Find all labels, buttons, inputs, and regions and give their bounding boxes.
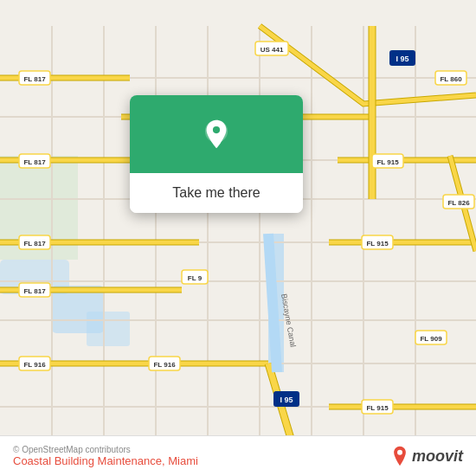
- svg-text:FL 817: FL 817: [23, 240, 46, 248]
- svg-text:I 95: I 95: [396, 55, 408, 63]
- moovit-brand-text: moovit: [412, 447, 463, 466]
- svg-text:FL 915: FL 915: [376, 158, 399, 166]
- svg-text:FL 916: FL 916: [23, 361, 46, 369]
- svg-text:FL 860: FL 860: [440, 75, 462, 83]
- copyright-text: © OpenStreetMap contributors: [13, 445, 198, 454]
- popup-card: Take me there: [130, 95, 303, 213]
- map-container: Biscayne Canal FL 817 FL 817 FL 817 FL 8…: [0, 0, 476, 476]
- svg-text:FL 9: FL 9: [188, 274, 203, 282]
- svg-text:FL 817: FL 817: [23, 75, 46, 83]
- svg-text:FL 916: FL 916: [153, 361, 176, 369]
- svg-text:I 95: I 95: [280, 396, 293, 404]
- svg-point-88: [213, 126, 220, 133]
- svg-text:FL 826: FL 826: [447, 199, 470, 207]
- svg-text:US 441: US 441: [261, 46, 284, 54]
- popup-map-area: [130, 95, 303, 173]
- svg-point-89: [397, 450, 402, 455]
- svg-rect-4: [87, 312, 130, 346]
- bottom-bar: © OpenStreetMap contributors Coastal Bui…: [0, 435, 476, 476]
- svg-text:FL 817: FL 817: [23, 158, 46, 166]
- svg-text:FL 915: FL 915: [366, 404, 389, 412]
- moovit-logo: moovit: [391, 446, 463, 466]
- svg-text:FL 909: FL 909: [420, 335, 442, 343]
- bottom-left: © OpenStreetMap contributors Coastal Bui…: [13, 445, 198, 467]
- location-pin-icon: [201, 119, 232, 150]
- svg-text:FL 817: FL 817: [23, 287, 46, 295]
- map-svg: Biscayne Canal FL 817 FL 817 FL 817 FL 8…: [0, 0, 476, 476]
- moovit-pin-icon: [391, 446, 408, 466]
- svg-text:FL 915: FL 915: [366, 240, 389, 248]
- location-name: Coastal Building Maintenance, Miami: [13, 454, 198, 467]
- take-me-there-button[interactable]: Take me there: [130, 173, 303, 213]
